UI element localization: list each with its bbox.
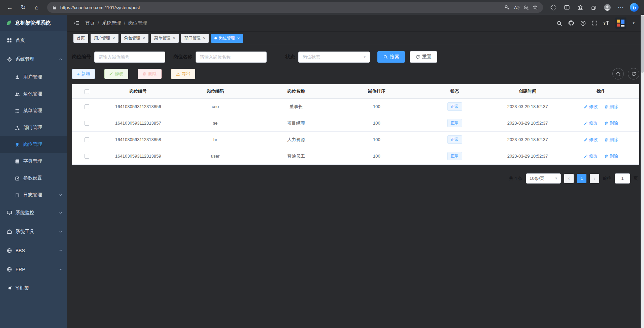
sidebar-item-home[interactable]: 首页: [0, 31, 67, 50]
address-bar[interactable]: https://ccnetcore.com:1101/system/post: [47, 2, 543, 13]
zoom-out-icon[interactable]: [523, 5, 529, 10]
sidebar-item-system[interactable]: 系统管理: [0, 50, 67, 69]
row-delete-link[interactable]: 删除: [604, 153, 618, 159]
sidebar-item-erp[interactable]: ERP: [0, 260, 67, 279]
fullscreen-icon[interactable]: [592, 20, 598, 26]
close-icon[interactable]: ×: [237, 36, 240, 41]
row-delete-link[interactable]: 删除: [604, 120, 618, 126]
read-aloud-icon[interactable]: [513, 4, 520, 11]
split-screen-icon[interactable]: [561, 2, 573, 13]
sidebar-item-bbs[interactable]: BBS: [0, 241, 67, 260]
row-edit-link[interactable]: 修改: [584, 153, 598, 159]
edit-icon: [584, 121, 588, 125]
search-button[interactable]: 搜索: [377, 51, 405, 63]
close-icon[interactable]: ×: [173, 36, 175, 41]
next-page-button[interactable]: ›: [590, 174, 599, 183]
tab-post-management[interactable]: 岗位管理×: [211, 34, 243, 43]
sidebar-item-logs[interactable]: 日志管理: [0, 187, 67, 203]
close-icon[interactable]: ×: [112, 36, 115, 41]
close-icon[interactable]: ×: [143, 36, 145, 41]
search-icon: [616, 71, 621, 76]
status-select[interactable]: 岗位状态 ▾: [298, 52, 370, 63]
bing-copilot-icon[interactable]: [629, 2, 640, 13]
breadcrumb-separator: /: [98, 21, 99, 26]
col-post-name: 岗位名称: [256, 84, 336, 98]
breadcrumb-system[interactable]: 系统管理: [102, 20, 121, 26]
row-checkbox[interactable]: [84, 137, 89, 142]
row-delete-link[interactable]: 删除: [604, 104, 618, 110]
github-icon[interactable]: [568, 20, 574, 26]
ellipsis-icon: ⋯: [618, 4, 624, 11]
cell-created: 2023-03-29 18:52:37: [493, 98, 563, 115]
add-button[interactable]: +新增: [72, 69, 95, 79]
post-name-input[interactable]: [196, 52, 267, 63]
goto-unit: 页: [634, 175, 638, 182]
person-icon: [603, 3, 611, 11]
row-delete-link[interactable]: 删除: [604, 137, 618, 143]
refresh-table-button[interactable]: [628, 68, 639, 79]
goto-page-input[interactable]: [615, 173, 630, 184]
select-all-checkbox[interactable]: [84, 89, 89, 94]
home-icon: ⌂: [35, 4, 39, 11]
user-avatar[interactable]: [615, 18, 627, 29]
row-checkbox[interactable]: [84, 104, 89, 109]
close-icon[interactable]: ×: [203, 36, 206, 41]
sidebar-item-label: 首页: [15, 37, 25, 43]
browser-profile-avatar[interactable]: [602, 2, 613, 13]
tab-home[interactable]: 首页: [73, 34, 88, 43]
sidebar-item-label: 系统管理: [15, 56, 34, 62]
edit-button[interactable]: 修改: [104, 69, 128, 79]
browser-back-button[interactable]: ←: [4, 2, 15, 13]
add-favorite-icon[interactable]: [532, 4, 538, 10]
help-icon[interactable]: [580, 20, 586, 26]
sidebar-item-tools[interactable]: 系统工具: [0, 222, 67, 241]
row-edit-link[interactable]: 修改: [584, 104, 598, 110]
browser-home-button[interactable]: ⌂: [31, 2, 42, 13]
chevron-down-icon[interactable]: ▾: [633, 21, 635, 25]
toggle-search-button[interactable]: [612, 68, 624, 79]
sidebar-item-users[interactable]: 用户管理: [0, 69, 67, 86]
row-checkbox[interactable]: [84, 154, 89, 159]
font-size-icon[interactable]: TT: [603, 21, 609, 26]
puzzle-icon: [550, 4, 556, 10]
extensions-icon[interactable]: [548, 2, 559, 13]
prev-page-button[interactable]: ‹: [564, 174, 574, 183]
tab-menu-management[interactable]: 菜单管理×: [151, 34, 179, 43]
row-edit-link[interactable]: 修改: [584, 120, 598, 126]
monitor-icon: [7, 210, 12, 216]
sidebar-item-monitor[interactable]: 系统监控: [0, 203, 67, 222]
export-button[interactable]: 导出: [171, 69, 195, 79]
search-icon: [383, 55, 388, 59]
sidebar-item-dictionary[interactable]: 字典管理: [0, 153, 67, 170]
row-edit-link[interactable]: 修改: [584, 137, 598, 143]
sidebar-item-yi-framework[interactable]: Yi框架: [0, 279, 67, 298]
scrollbar-thumb[interactable]: [641, 15, 644, 73]
sidebar-item-parameters[interactable]: 参数设置: [0, 170, 67, 187]
post-code-input[interactable]: [94, 52, 165, 63]
col-post-code: 岗位编码: [175, 84, 256, 98]
reset-button[interactable]: 重置: [410, 51, 437, 63]
row-checkbox[interactable]: [84, 121, 89, 126]
collections-icon[interactable]: [588, 2, 600, 13]
favorites-icon[interactable]: [575, 2, 586, 13]
delete-button[interactable]: 删除: [138, 69, 162, 79]
page-1-button[interactable]: 1: [577, 174, 586, 183]
breadcrumb-home[interactable]: 首页: [85, 20, 95, 26]
sidebar-item-roles[interactable]: 角色管理: [0, 86, 67, 102]
chevron-down-icon: [59, 211, 63, 215]
browser-refresh-button[interactable]: ↻: [18, 2, 29, 13]
scrollbar[interactable]: [641, 15, 644, 328]
cell-post-name: 普通员工: [256, 148, 336, 164]
tab-user-management[interactable]: 用户管理×: [91, 34, 118, 43]
tab-role-management[interactable]: 角色管理×: [121, 34, 149, 43]
browser-menu-icon[interactable]: ⋯: [615, 2, 626, 13]
tab-department-management[interactable]: 部门管理×: [181, 34, 209, 43]
cell-post-sort: 100: [336, 115, 417, 131]
sidebar-item-posts[interactable]: 岗位管理: [0, 136, 67, 153]
password-key-icon[interactable]: [504, 5, 510, 10]
header-search-icon[interactable]: [556, 20, 562, 26]
page-size-select[interactable]: 10条/页 ▾: [526, 173, 561, 184]
sidebar-item-departments[interactable]: 部门管理: [0, 119, 67, 136]
sidebar-item-menus[interactable]: 菜单管理: [0, 102, 67, 119]
sidebar-toggle-icon[interactable]: [73, 20, 80, 26]
